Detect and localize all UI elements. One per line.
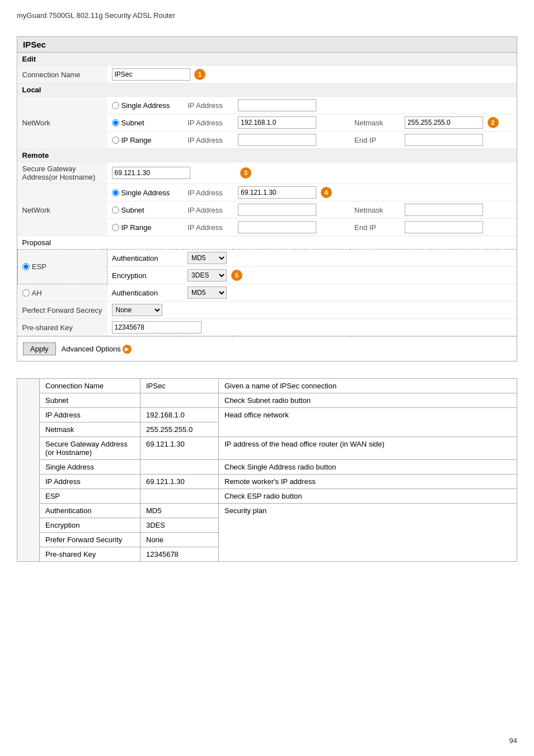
secure-gateway-label: Secure Gateway Address(or Hostname) [18, 162, 107, 184]
remote-single-radio-row: Single Address [112, 187, 179, 198]
ip-address-label-2: IP Address [183, 114, 233, 132]
proposal-label-row: Proposal [18, 236, 517, 250]
esp-radio-row: ESP [22, 261, 102, 272]
remote-range-radio-row: IP Range [112, 222, 179, 233]
ip-address-label-3: IP Address [183, 132, 233, 149]
ipsec-section: IPSec Edit Connection Name 1 Local NetWo… [17, 36, 517, 361]
ah-radio[interactable] [22, 289, 30, 297]
subnet-radio-row: Subnet [112, 118, 179, 128]
ip-range-radio[interactable] [112, 137, 119, 144]
reference-table: Connection Name IPSec Given a name of IP… [17, 378, 517, 562]
remote-range-radio[interactable] [112, 224, 119, 231]
single-address-radio[interactable] [112, 102, 119, 109]
enc-label: Encryption [107, 267, 184, 284]
badge-3: 3 [240, 167, 251, 179]
apply-row: Apply Advanced Options ▶ [17, 336, 517, 361]
local-network-single-row: NetWork Single Address IP Address [18, 97, 517, 114]
remote-single-ip-input[interactable] [238, 186, 316, 199]
connection-name-row: Connection Name 1 [18, 66, 517, 83]
auth-label-esp: Authentication [107, 250, 184, 267]
edit-row: Edit [18, 53, 517, 66]
remote-netmask-input[interactable] [405, 204, 483, 216]
pfs-select[interactable]: None Group1 Group2 [112, 304, 162, 316]
local-row: Local [18, 83, 517, 97]
preshared-key-label: Pre-shared Key [18, 319, 107, 336]
esp-label: ESP [32, 262, 46, 271]
remote-range-label: IP Range [121, 223, 152, 232]
end-ip-label-2: End IP [350, 219, 400, 236]
ref-row-7: IP Address 69.121.1.30 Remote worker's I… [17, 475, 517, 489]
badge-2: 2 [488, 117, 499, 128]
advanced-options-label: Advanced Options [62, 345, 121, 353]
ref-row-2: Subnet Check Subnet radio button [17, 393, 517, 408]
ip-address-label-1: IP Address [183, 97, 233, 114]
remote-subnet-radio[interactable] [112, 206, 119, 214]
local-label: Local [18, 83, 517, 97]
pfs-row: Perfect Forward Secrecy None Group1 Grou… [18, 302, 517, 319]
remote-range-end-input[interactable] [405, 221, 483, 233]
header-title: myGuard 7500GL 802.11g Security ADSL Rou… [17, 11, 175, 20]
ah-label: AH [32, 289, 42, 297]
local-netmask-input[interactable] [405, 116, 483, 129]
secure-gateway-input[interactable] [112, 167, 190, 179]
ref-row-9: Authentication MD5 Security plan [17, 504, 517, 518]
single-address-radio-row: Single Address [112, 100, 179, 111]
badge-1: 1 [194, 69, 205, 80]
advanced-options-link[interactable]: Advanced Options ▶ [62, 345, 132, 354]
secure-gateway-row: Secure Gateway Address(or Hostname) 3 [18, 162, 517, 184]
remote-network-single-row: NetWork Single Address IP Address 4 [18, 184, 517, 201]
netmask-label-2: Netmask [350, 201, 400, 219]
ip-range-label: IP Range [121, 136, 152, 144]
page-number: 94 [509, 736, 517, 745]
ah-radio-row: AH [22, 288, 103, 298]
remote-subnet-ip-input[interactable] [238, 204, 316, 216]
remote-row: Remote [18, 149, 517, 162]
single-address-label: Single Address [121, 101, 170, 110]
proposal-label: Proposal [18, 236, 517, 250]
advanced-arrow-icon: ▶ [123, 345, 132, 354]
esp-auth-row: ESP Authentication MD5 SHA1 [18, 250, 517, 267]
ip-address-label-5: IP Address [183, 201, 233, 219]
ref-row-3: IP Address 192.168.1.0 Head office netwo… [17, 408, 517, 422]
ref-row-6: Single Address Check Single Address radi… [17, 460, 517, 475]
edit-label: Edit [18, 53, 517, 66]
local-range-end-input[interactable] [405, 134, 483, 146]
ip-address-label-6: IP Address [183, 219, 233, 236]
ip-range-radio-row: IP Range [112, 135, 179, 145]
subnet-label: Subnet [121, 119, 144, 127]
ip-address-label-4: IP Address [183, 184, 233, 201]
remote-label: Remote [18, 149, 517, 162]
ref-row-1: Connection Name IPSec Given a name of IP… [17, 379, 517, 393]
preshared-key-row: Pre-shared Key [18, 319, 517, 336]
ref-row-5: Secure Gateway Address(or Hostname) 69.1… [17, 437, 517, 460]
local-range-start-input[interactable] [238, 134, 316, 146]
remote-subnet-label: Subnet [121, 206, 144, 214]
esp-radio[interactable] [22, 263, 30, 270]
remote-single-radio[interactable] [112, 189, 119, 196]
local-network-label: NetWork [18, 97, 107, 149]
remote-subnet-radio-row: Subnet [112, 205, 179, 215]
end-ip-label-1: End IP [350, 132, 400, 149]
ref-row-8: ESP Check ESP radio button [17, 489, 517, 504]
badge-5: 5 [231, 270, 242, 281]
connection-name-input[interactable] [112, 68, 190, 81]
local-subnet-ip-input[interactable] [238, 116, 316, 129]
ah-row: AH Authentication MD5 SHA1 [18, 284, 517, 302]
remote-single-label: Single Address [121, 189, 170, 197]
connection-name-label: Connection Name [18, 66, 107, 83]
preshared-key-input[interactable] [112, 321, 202, 334]
badge-4: 4 [321, 187, 332, 198]
remote-network-label: NetWork [18, 184, 107, 236]
remote-range-start-input[interactable] [238, 221, 316, 233]
esp-enc-select[interactable]: 3DES AES DES [188, 269, 227, 281]
subnet-radio[interactable] [112, 119, 119, 126]
ipsec-title: IPSec [17, 37, 517, 53]
esp-auth-select[interactable]: MD5 SHA1 [188, 252, 227, 264]
apply-button[interactable]: Apply [23, 342, 56, 355]
auth-label-ah: Authentication [107, 284, 184, 302]
netmask-label-1: Netmask [350, 114, 400, 132]
ah-auth-select[interactable]: MD5 SHA1 [188, 287, 227, 299]
local-single-ip-input[interactable] [238, 99, 316, 111]
pfs-label: Perfect Forward Secrecy [18, 302, 107, 319]
ipsec-form-table: Edit Connection Name 1 Local NetWork Sin… [17, 53, 517, 336]
